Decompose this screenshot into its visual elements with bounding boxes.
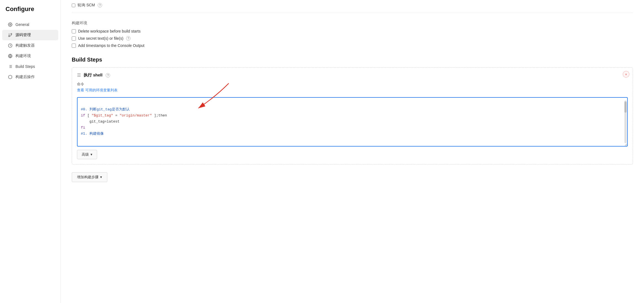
step-card-close-button[interactable]: × <box>623 71 629 78</box>
sidebar-item-build-env[interactable]: 构建环境 <box>2 51 58 61</box>
code-line-comment: #0. 判断git_tag是否为默认 <box>81 107 130 111</box>
step-card-header: ☰ 执行 shell ? <box>77 73 628 78</box>
sidebar-item-label-post: 构建后操作 <box>15 75 35 79</box>
sidebar-item-label-steps: Build Steps <box>15 64 35 69</box>
add-step-label: 增加构建步骤 <box>77 175 99 180</box>
code-branch-icon <box>8 33 13 38</box>
code-scrollbar-thumb <box>624 102 627 113</box>
drag-icon[interactable]: ☰ <box>77 73 81 78</box>
timestamps-checkbox[interactable] <box>72 44 76 48</box>
poll-scm-checkbox[interactable] <box>72 4 75 7</box>
env-link[interactable]: 查看 可用的环境变量列表 <box>77 88 118 93</box>
sidebar-item-source-management[interactable]: 源码管理 <box>2 30 58 40</box>
sidebar-item-label-general: General <box>15 22 29 27</box>
code-scrollbar[interactable] <box>624 100 627 143</box>
chevron-down-icon: ▾ <box>91 152 92 156</box>
sidebar-item-label-triggers: 构建触发器 <box>15 43 35 48</box>
code-line-if: if [ "$git_tag" = "origin/master" ];then <box>81 113 167 118</box>
sidebar-item-build-triggers[interactable]: 构建触发器 <box>2 40 58 51</box>
close-icon: × <box>625 72 627 76</box>
svg-point-3 <box>9 36 10 37</box>
step-help-icon[interactable]: ? <box>106 73 110 78</box>
add-build-step-button[interactable]: 增加构建步骤 ▾ <box>72 172 107 182</box>
secret-text-label: Use secret text(s) or file(s) <box>78 36 123 41</box>
code-content: #0. 判断git_tag是否为默认 if [ "$git_tag" = "or… <box>81 100 624 143</box>
checkbox-row-3: Add timestamps to the Console Output <box>72 43 633 48</box>
code-editor-wrapper: #0. 判断git_tag是否为默认 if [ "$git_tag" = "or… <box>77 97 628 147</box>
page-title: Configure <box>0 6 60 19</box>
checkbox-row-1: Delete workspace before build starts <box>72 29 633 33</box>
delete-workspace-label: Delete workspace before build starts <box>78 29 140 33</box>
secret-text-checkbox[interactable] <box>72 36 76 41</box>
poll-scm-label: 轮询 SCM <box>78 3 95 8</box>
code-line-comment2: #1. 构建镜像 <box>81 132 104 136</box>
advanced-button[interactable]: 高级 ▾ <box>77 150 97 159</box>
poll-scm-row: 轮询 SCM ? <box>72 3 633 8</box>
sidebar-item-label-source: 源码管理 <box>15 33 31 38</box>
code-editor[interactable]: #0. 判断git_tag是否为默认 if [ "$git_tag" = "or… <box>77 97 628 147</box>
svg-point-2 <box>11 33 12 34</box>
build-steps-title: Build Steps <box>72 57 633 63</box>
chevron-down-icon-2: ▾ <box>100 175 102 179</box>
command-label: 命令 <box>77 82 628 87</box>
sidebar: Configure General 源码管理 构建 <box>0 0 61 303</box>
sidebar-item-post-build[interactable]: 构建后操作 <box>2 72 58 82</box>
svg-point-0 <box>10 24 11 25</box>
list-icon <box>8 64 13 69</box>
clock-icon <box>8 43 13 48</box>
code-line-assign: git_tag=latest <box>81 119 119 124</box>
timestamps-label: Add timestamps to the Console Output <box>78 43 144 48</box>
poll-scm-help-icon[interactable]: ? <box>98 3 102 7</box>
step-card-title: 执行 shell <box>84 73 102 78</box>
checkbox-row-2: Use secret text(s) or file(s) ? <box>72 36 633 41</box>
sidebar-item-build-steps[interactable]: Build Steps <box>2 61 58 72</box>
advanced-label: 高级 <box>82 152 89 157</box>
code-line-fi: fi <box>81 126 85 130</box>
sidebar-item-label-env: 构建环境 <box>15 54 31 59</box>
globe-icon <box>8 54 13 59</box>
main-content: 轮询 SCM ? 构建环境 Delete workspace before bu… <box>61 0 644 303</box>
gear-icon <box>8 22 13 27</box>
cube-icon <box>8 75 13 79</box>
step-card: × ☰ 执行 shell ? 命令 查看 可用的环境变量列表 <box>72 67 633 164</box>
sidebar-item-general[interactable]: General <box>2 19 58 30</box>
build-env-section-label: 构建环境 <box>72 21 633 26</box>
divider-1 <box>72 13 633 13</box>
delete-workspace-checkbox[interactable] <box>72 29 76 33</box>
secret-text-help-icon[interactable]: ? <box>126 36 131 41</box>
